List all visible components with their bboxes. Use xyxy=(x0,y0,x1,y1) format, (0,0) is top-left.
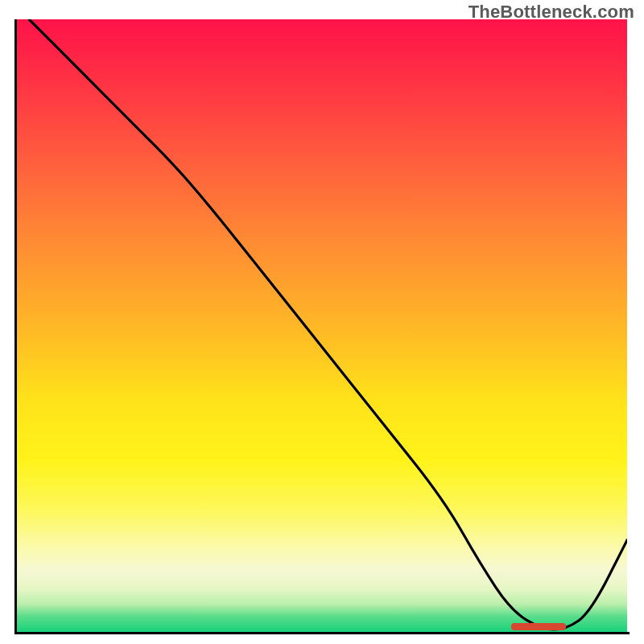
axes-frame xyxy=(14,19,630,634)
chart-container: TheBottleneck.com xyxy=(0,0,644,644)
